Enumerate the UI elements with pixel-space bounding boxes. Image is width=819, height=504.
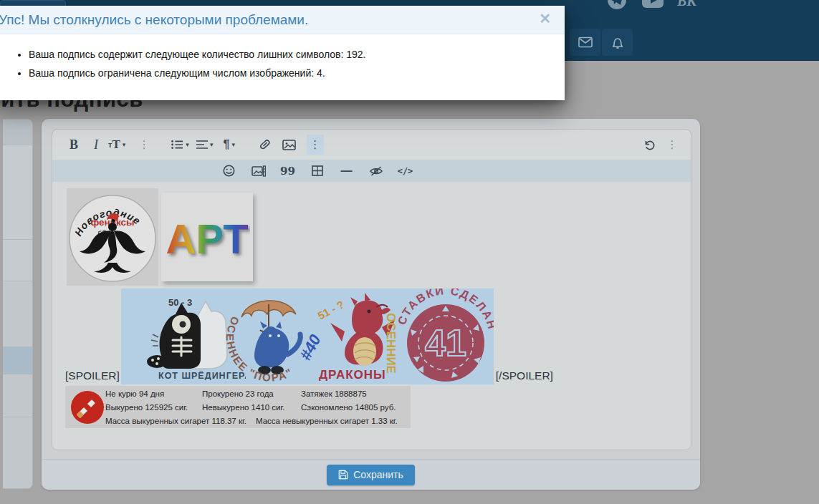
error-modal-title: Упс! Мы столкнулись с некоторыми проблем… (0, 12, 308, 28)
messages-button[interactable] (570, 29, 600, 56)
form-footer: Сохранить (42, 459, 700, 490)
horizontal-rule-button[interactable]: — (338, 161, 355, 181)
account-sidebar (3, 119, 33, 489)
sidebar-item[interactable] (3, 145, 32, 240)
stat-not-smoked: Невыкурено 1410 сиг. (202, 403, 285, 412)
caret-down-icon: ▾ (186, 141, 189, 148)
undo-icon (643, 139, 656, 151)
phoenix-badge-image: Новогодние фениксы 52-2 (67, 188, 158, 286)
art-badge-image: АРТ (161, 193, 253, 281)
paragraph-format-button[interactable]: ¶▾ (221, 135, 238, 155)
media-icon (252, 165, 266, 177)
poker-chip-graphic: 41 СТАВКИ СДЕЛАНЫ (398, 289, 494, 384)
art-text: АРТ (166, 215, 248, 262)
spoiler-close-tag: [/SPOILER] (496, 369, 553, 382)
error-item: Ваша подпись ограничена следующим числом… (29, 64, 550, 82)
bold-button[interactable]: B (65, 135, 82, 155)
editor-toolbar-main: B I тT▾ ⋮ ▾ (52, 130, 691, 160)
sidebar-item[interactable] (3, 240, 32, 281)
gallery-button[interactable] (250, 161, 267, 181)
error-modal-body: Ваша подпись содержит следующее количест… (0, 34, 565, 82)
dragon-bottom-text: ДРАКОНЫ (319, 368, 386, 382)
envelope-icon (578, 37, 593, 48)
alerts-button[interactable] (602, 29, 633, 56)
stat-mass-smoked: Масса выкуренных сигарет 118.37 кг. (105, 417, 246, 425)
no-smoking-stats-banner: Не курю 94 дня Прокурено 23 года Затяжек… (65, 386, 411, 428)
image-icon (282, 140, 296, 150)
caret-down-icon: ▾ (231, 141, 235, 148)
italic-button[interactable]: I (87, 135, 105, 155)
bullet-list-icon (171, 140, 183, 150)
font-size-button[interactable]: тT▾ (108, 135, 125, 155)
signature-panel: B I тT▾ ⋮ ▾ (42, 119, 700, 490)
eye-off-icon (369, 165, 383, 177)
stat-saved: Сэкономлено 14805 руб. (301, 403, 396, 412)
caret-down-icon: ▾ (210, 141, 214, 148)
error-modal: Упс! Мы столкнулись с некоторыми проблем… (0, 6, 565, 100)
size-big-glyph: T (112, 137, 120, 152)
sidebar-item[interactable] (3, 120, 32, 145)
insert-link-button[interactable] (257, 135, 274, 155)
spoiler-open-tag: [SPOILER] (65, 369, 120, 382)
stat-days: Не курю 94 дня (105, 389, 164, 398)
close-icon: ✕ (539, 11, 551, 26)
undo-button[interactable] (641, 135, 658, 155)
error-list: Ваша подпись содержит следующее количест… (29, 45, 550, 82)
social-links: ВК (604, 0, 701, 10)
autumn-cat-graphic: ОСЕННЕЕ "ПОРА" #40 (213, 289, 327, 384)
smiley-icon (223, 165, 235, 177)
more-tools-button[interactable]: ⋮ (307, 135, 324, 155)
spoiler-button[interactable] (368, 161, 385, 181)
error-modal-header: Упс! Мы столкнулись с некоторыми проблем… (0, 6, 565, 34)
save-button[interactable]: Сохранить (327, 465, 415, 485)
save-label: Сохранить (353, 469, 403, 480)
events-banner-image: 50 - 3 КОТ ШРЁДИНГЕРА (121, 289, 494, 384)
svg-text:ВК: ВК (676, 0, 697, 9)
dragon-top-text: 51 - ? (315, 298, 346, 321)
stat-smoked: Выкурено 125925 сиг. (105, 403, 188, 412)
table-button[interactable] (309, 161, 326, 181)
caret-down-icon: ▾ (123, 141, 126, 148)
stat-mass-not-smoked: Масса невыкуренных сигарет 1.33 кг. (256, 417, 398, 425)
sidebar-item[interactable] (3, 374, 32, 417)
editor-toolbar-secondary: 99 — (52, 160, 691, 182)
spoiler-line: [SPOILER] 50 - 3 (65, 289, 553, 384)
link-icon (259, 139, 272, 150)
bell-icon (611, 36, 624, 49)
paragraph-glyph: ¶ (224, 138, 230, 151)
youtube-icon[interactable] (640, 0, 666, 10)
align-icon (196, 140, 208, 150)
stat-puffs: Затяжек 1888875 (301, 389, 367, 398)
sidebar-item[interactable] (3, 281, 32, 347)
toolbar-divider-dots[interactable]: ⋮ (135, 135, 153, 155)
vk-icon[interactable]: ВК (676, 0, 701, 10)
dragon-graphic: 51 - ? ОСЕННИЕ ДРАКОНЫ (313, 291, 406, 382)
align-button[interactable]: ▾ (196, 135, 214, 155)
telegram-icon[interactable] (604, 0, 630, 10)
editor-menu-button[interactable]: ⋮ (664, 135, 681, 155)
error-item: Ваша подпись содержит следующее количест… (29, 45, 550, 64)
sidebar-item-active[interactable] (3, 347, 32, 374)
code-button[interactable]: </> (397, 161, 414, 181)
insert-image-button[interactable] (281, 135, 298, 155)
chip-number: 41 (425, 322, 466, 364)
quote-button[interactable]: 99 (279, 161, 297, 181)
sidebar-item[interactable] (3, 417, 32, 489)
modal-close-button[interactable]: ✕ (539, 11, 551, 26)
list-button[interactable]: ▾ (171, 135, 189, 155)
rich-text-editor[interactable]: B I тT▾ ⋮ ▾ (52, 129, 691, 450)
stat-years: Прокурено 23 года (202, 389, 274, 398)
no-smoking-icon (69, 389, 106, 426)
dragon-side-text: ОСЕННИЕ (383, 313, 397, 374)
emoji-button[interactable] (221, 161, 238, 181)
save-floppy-icon (338, 470, 348, 480)
table-icon (312, 165, 323, 176)
